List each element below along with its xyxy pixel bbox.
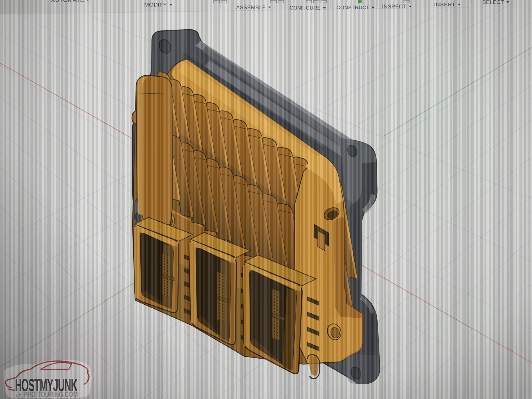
svg-text:ASSEMBLE: ASSEMBLE [236,5,266,10]
svg-text:CONSTRUCT: CONSTRUCT [336,5,369,10]
svg-text:MODIFY: MODIFY [144,2,167,8]
svg-text:PRO-TOURING.COM: PRO-TOURING.COM [24,390,78,399]
svg-text:SELECT: SELECT [482,0,504,5]
svg-text:BY: BY [16,393,21,398]
svg-text:CONFIGURE: CONFIGURE [290,5,321,11]
svg-text:INSERT: INSERT [434,2,456,7]
svg-text:INSPECT: INSPECT [382,4,406,9]
svg-text:AUTOMATE: AUTOMATE [51,0,84,3]
